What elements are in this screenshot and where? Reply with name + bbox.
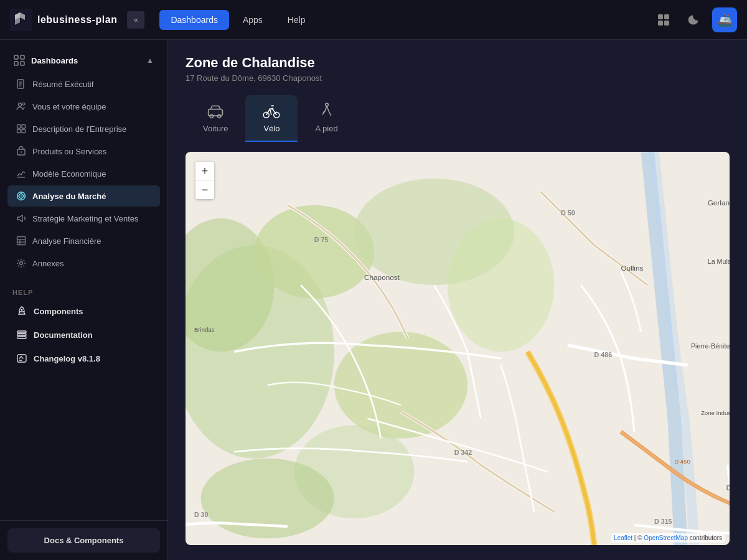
svg-rect-6: [21, 55, 24, 59]
svg-point-14: [22, 103, 25, 105]
box-icon: [16, 146, 26, 156]
sidebar-item-resume[interactable]: Résumé Exécutif: [7, 73, 160, 95]
svg-text:D 342: D 342: [454, 449, 472, 456]
svg-rect-36: [17, 334, 26, 336]
sidebar-item-components[interactable]: Components: [7, 300, 160, 322]
top-nav: lebusiness-plan « Dashboards Apps Help 🚢: [0, 0, 747, 40]
cog-icon: [16, 258, 26, 268]
dashboards-section-icon: [14, 55, 25, 66]
sidebar-item-modele[interactable]: Modèle Economique: [7, 163, 160, 184]
tab-velo[interactable]: Vélo: [245, 95, 298, 142]
svg-text:D 315: D 315: [654, 518, 672, 525]
user-avatar[interactable]: 🚢: [712, 7, 737, 32]
target-icon: [16, 191, 26, 201]
logo-area: lebusiness-plan: [10, 9, 117, 31]
docs-components-button[interactable]: Docs & Components: [7, 528, 160, 553]
osm-link[interactable]: OpenStreetMap: [644, 534, 688, 541]
table-icon: [16, 236, 26, 246]
nav-links: Dashboards Apps Help: [159, 10, 647, 30]
sidebar: Dashboards ▲ Résumé Exécutif Vous et vot…: [0, 40, 168, 560]
nav-help[interactable]: Help: [276, 10, 317, 30]
svg-point-50: [254, 205, 374, 299]
sidebar-item-changelog[interactable]: Changelog v8.1.8: [7, 347, 160, 370]
svg-text:D 75: D 75: [314, 236, 329, 243]
page-title: Zone de Chalandise: [186, 55, 730, 71]
bike-icon: [263, 103, 280, 120]
svg-point-13: [19, 103, 22, 106]
sidebar-item-documentation[interactable]: Documentation: [7, 324, 160, 346]
sidebar-item-produits[interactable]: Produits ou Services: [7, 141, 160, 162]
svg-rect-35: [17, 337, 26, 338]
svg-rect-16: [22, 125, 26, 129]
map-svg: D 75 D 50 D 342 D 486 D 450: [186, 152, 730, 545]
logo-text: lebusiness-plan: [37, 14, 117, 26]
zoom-out-button[interactable]: −: [195, 180, 214, 199]
svg-rect-18: [22, 129, 26, 133]
svg-point-24: [21, 195, 22, 197]
svg-point-44: [274, 112, 280, 118]
svg-text:Zone Industrielle: Zone Industrielle: [701, 409, 730, 416]
sidebar-item-description[interactable]: Description de l'Entreprise: [7, 118, 160, 139]
svg-text:D 486: D 486: [594, 351, 613, 358]
svg-point-43: [264, 112, 270, 118]
megaphone-icon: [16, 213, 26, 223]
svg-rect-4: [664, 21, 669, 26]
theme-toggle-button[interactable]: [682, 9, 705, 31]
collapse-button[interactable]: «: [127, 11, 144, 29]
svg-rect-0: [10, 9, 32, 31]
svg-text:D 50: D 50: [561, 209, 575, 217]
sidebar-footer: Docs & Components: [0, 520, 167, 560]
help-section: Components Documentation Changelog v8.1.…: [0, 300, 167, 371]
map-zoom-controls: + −: [195, 162, 214, 199]
svg-rect-17: [17, 129, 21, 133]
main-content: Zone de Chalandise 17 Route du Dôme, 696…: [168, 40, 747, 560]
svg-rect-2: [664, 14, 669, 19]
layers-icon: [16, 329, 27, 340]
people-icon: [16, 101, 26, 111]
car-icon: [207, 103, 224, 120]
sidebar-item-financiere[interactable]: Analyse Financière: [7, 230, 160, 251]
tab-voiture[interactable]: Voiture: [186, 95, 245, 142]
svg-point-33: [20, 262, 23, 265]
sidebar-item-analyse[interactable]: Analyse du Marché: [7, 185, 160, 207]
dashboards-section-title: Dashboards: [14, 55, 78, 66]
zoom-in-button[interactable]: +: [195, 162, 214, 180]
chevron-up-icon: ▲: [146, 56, 154, 65]
page-subtitle: 17 Route du Dôme, 69630 Chaponost: [186, 73, 730, 83]
svg-point-45: [271, 108, 273, 110]
sidebar-item-strategie[interactable]: Stratégie Marketing et Ventes: [7, 208, 160, 229]
svg-point-41: [210, 114, 213, 118]
description-icon: [16, 124, 26, 134]
svg-point-52: [448, 218, 554, 352]
terminal-icon: [16, 353, 27, 364]
sidebar-item-vous[interactable]: Vous et votre équipe: [7, 96, 160, 117]
chart-icon: [16, 169, 26, 179]
svg-point-42: [218, 114, 221, 118]
svg-text:Oullins: Oullins: [621, 264, 643, 272]
nav-right: 🚢: [652, 7, 737, 32]
svg-rect-1: [658, 14, 663, 19]
nav-apps[interactable]: Apps: [232, 10, 274, 30]
main-layout: Dashboards ▲ Résumé Exécutif Vous et vot…: [0, 40, 747, 560]
svg-rect-3: [658, 21, 663, 26]
svg-text:D 30: D 30: [194, 511, 209, 518]
svg-rect-7: [14, 62, 18, 65]
logo-icon: [10, 9, 32, 31]
svg-text:La Mulatière: La Mulatière: [708, 258, 730, 265]
svg-text:Gerland: Gerland: [708, 198, 730, 207]
sidebar-dashboards-section: Dashboards ▲ Résumé Exécutif Vous et vot…: [0, 40, 167, 280]
map-attribution: Leaflet | © OpenStreetMap contributors: [611, 533, 725, 543]
nav-dashboards[interactable]: Dashboards: [159, 10, 229, 30]
svg-rect-37: [17, 331, 26, 333]
transport-tabs: Voiture Vélo: [186, 95, 730, 142]
tab-apied[interactable]: A pied: [298, 95, 355, 142]
svg-rect-15: [17, 125, 21, 129]
leaflet-link[interactable]: Leaflet: [614, 534, 632, 541]
sidebar-item-annexes[interactable]: Annexes: [7, 253, 160, 274]
file-icon: [16, 79, 26, 89]
svg-rect-29: [17, 237, 26, 245]
svg-text:Chaponost: Chaponost: [364, 273, 400, 281]
walk-icon: [318, 103, 336, 120]
svg-text:Pierre-Bénite: Pierre-Bénite: [691, 342, 730, 350]
grid-icon-button[interactable]: [652, 9, 675, 31]
